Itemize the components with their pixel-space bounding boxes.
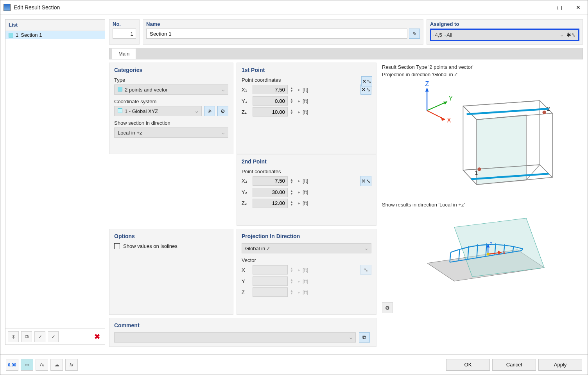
arrow-icon: ▸ — [298, 279, 300, 284]
type-select[interactable]: 2 points and vector ⌵ — [114, 84, 228, 95]
name-label: Name — [146, 21, 420, 27]
p1-y-unit: [ft] — [303, 98, 308, 104]
comment-panel: Comment ⌵ ⧉ — [109, 318, 376, 347]
vec-y-label: Y — [242, 278, 250, 284]
comment-title: Comment — [114, 322, 371, 328]
check-button-2[interactable]: ✓ — [48, 331, 59, 342]
spinner-icon: ▲▼ — [290, 267, 296, 273]
p2-z-unit: [ft] — [303, 200, 308, 206]
annotation-button[interactable]: Aᵢ — [36, 359, 48, 371]
direction-select[interactable]: Local in +z ⌵ — [114, 127, 228, 138]
p1-x-label: X₁ — [242, 87, 250, 93]
svg-marker-10 — [477, 115, 526, 185]
spinner-icon[interactable]: ▲▼ — [290, 98, 296, 104]
delete-item-button[interactable]: ✖ — [91, 331, 102, 342]
svg-text:x: x — [503, 250, 506, 255]
categories-title: Categories — [114, 67, 228, 73]
svg-text:Y: Y — [449, 95, 453, 102]
arrow-icon[interactable]: ▸ — [298, 99, 300, 104]
view-button[interactable]: ☁ — [50, 359, 63, 371]
spinner-icon[interactable]: ▲▼ — [290, 178, 296, 184]
units-button[interactable]: 0,00 — [6, 359, 18, 371]
new-coordsys-button[interactable]: ✳ — [204, 106, 215, 116]
projection-select[interactable]: Global in Z ⌵ — [242, 243, 371, 253]
cancel-button[interactable]: Cancel — [492, 359, 536, 371]
coordsys-label: Coordinate system — [114, 99, 228, 104]
preview-text-1: Result Section Type '2 points and vector… — [382, 64, 581, 70]
arrow-icon[interactable]: ▸ — [298, 201, 300, 206]
edit-coordsys-button[interactable]: ⚙ — [217, 106, 228, 116]
svg-text:2: 2 — [547, 106, 550, 112]
assigned-chip-all: All — [445, 32, 452, 38]
pick-p2-button[interactable]: ✕⤡ — [360, 176, 371, 186]
pick-two-points-button[interactable]: ✕⤡ — [361, 76, 372, 86]
p2-z-input[interactable] — [253, 199, 288, 208]
spinner-icon[interactable]: ▲▼ — [290, 201, 296, 206]
preview-settings-button[interactable]: ⚙ — [382, 302, 393, 313]
vec-z-input — [253, 287, 288, 297]
vector-label: Vector — [242, 257, 371, 263]
check-button-1[interactable]: ✓ — [34, 331, 45, 342]
svg-text:X: X — [447, 117, 451, 124]
p1-z-input[interactable] — [253, 107, 288, 117]
ok-button[interactable]: OK — [446, 359, 490, 371]
svg-point-18 — [543, 111, 546, 114]
p2-y-input[interactable] — [253, 188, 288, 197]
arrow-icon[interactable]: ▸ — [298, 178, 300, 183]
svg-marker-6 — [425, 88, 429, 92]
no-label: No. — [113, 21, 136, 27]
pick-assigned-button[interactable]: ✱⤡ — [566, 30, 577, 39]
spinner-icon[interactable]: ▲▼ — [290, 190, 296, 195]
arrow-icon[interactable]: ▸ — [298, 109, 300, 115]
comment-select[interactable]: ⌵ — [114, 332, 356, 343]
second-point-panel: 2nd Point Point coordinates X₂ ▲▼ ▸ [ft]… — [237, 154, 376, 226]
options-title: Options — [114, 233, 228, 239]
new-item-button[interactable]: ✳ — [8, 331, 19, 342]
close-button[interactable]: ✕ — [569, 0, 588, 14]
preview-text-3: Show results in direction 'Local in +z' — [382, 202, 581, 208]
chevron-down-icon: ⌵ — [365, 246, 368, 251]
list-header: List — [5, 20, 105, 31]
assigned-to-block: Assigned to 4,5 All ⌵ ✱⤡ — [427, 19, 583, 45]
preview-text-2: Projection in direction 'Global in Z' — [382, 72, 581, 77]
spinner-icon: ▲▼ — [290, 289, 296, 295]
arrow-icon[interactable]: ▸ — [298, 190, 300, 195]
apply-button[interactable]: Apply — [538, 359, 582, 371]
p2-y-label: Y₂ — [242, 189, 250, 195]
minimize-button[interactable]: — — [531, 0, 550, 14]
svg-text:z: z — [490, 241, 492, 246]
copy-item-button[interactable]: ⧉ — [21, 331, 32, 342]
p2-z-label: Z₂ — [242, 200, 250, 206]
spinner-icon[interactable]: ▲▼ — [290, 109, 296, 115]
vec-z-unit: [ft] — [303, 289, 308, 295]
isolines-label: Show values on isolines — [123, 243, 177, 249]
maximize-button[interactable]: ▢ — [550, 0, 569, 14]
preview-3d-bottom: z x — [382, 209, 581, 299]
assigned-to-select[interactable]: 4,5 All ⌵ ✱⤡ — [430, 29, 579, 41]
chevron-down-icon: ⌵ — [195, 109, 198, 114]
categories-panel: Categories Type 2 points and vector ⌵ Co… — [109, 63, 233, 154]
coordsys-select[interactable]: 1 - Global XYZ ⌵ — [114, 106, 202, 116]
assigned-to-label: Assigned to — [430, 21, 579, 27]
preview-column: Result Section Type '2 points and vector… — [380, 63, 583, 315]
spinner-icon[interactable]: ▲▼ — [290, 87, 296, 92]
arrow-icon[interactable]: ▸ — [298, 87, 300, 92]
p1-y-input[interactable] — [253, 96, 288, 106]
no-input[interactable] — [113, 29, 136, 39]
display-mode-button[interactable]: ▭ — [21, 359, 33, 371]
dialog-footer: 0,00 ▭ Aᵢ ☁ fx OK Cancel Apply — [0, 354, 588, 375]
chevron-down-icon: ⌵ — [222, 130, 225, 135]
p2-x-input[interactable] — [253, 176, 288, 186]
vec-y-unit: [ft] — [303, 278, 308, 284]
list-panel: List 1 Section 1 ✳ ⧉ ✓ ✓ ✖ — [5, 19, 105, 345]
tab-main[interactable]: Main — [112, 48, 136, 59]
edit-name-button[interactable]: ✎ — [409, 29, 420, 39]
isolines-checkbox[interactable] — [114, 243, 120, 249]
fx-button[interactable]: fx — [65, 359, 78, 371]
spinner-icon: ▲▼ — [290, 278, 296, 284]
name-input[interactable] — [146, 29, 407, 39]
list-item[interactable]: 1 Section 1 — [5, 31, 105, 39]
vec-z-label: Z — [242, 289, 250, 295]
p1-x-input[interactable] — [253, 85, 288, 94]
comment-library-button[interactable]: ⧉ — [359, 332, 370, 343]
